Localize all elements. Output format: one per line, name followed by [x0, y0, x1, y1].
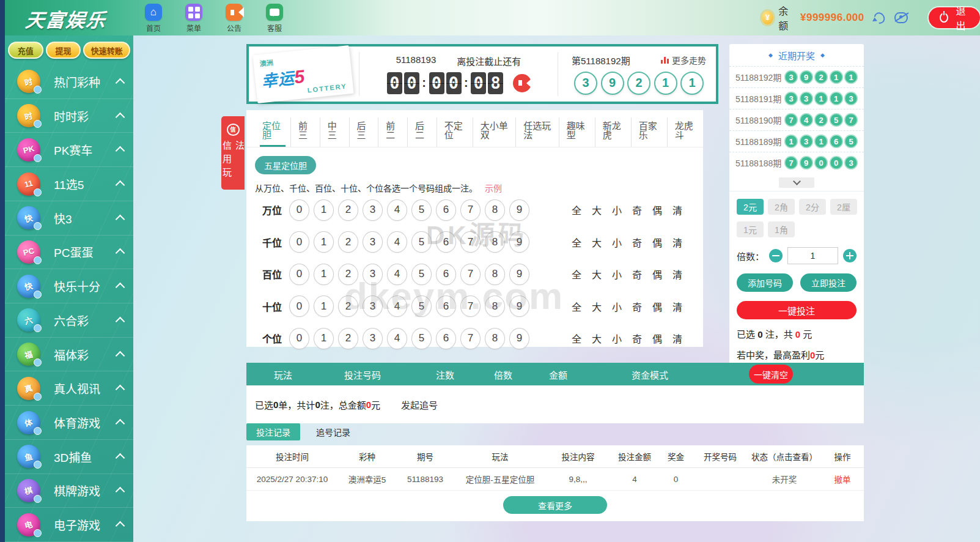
nav-home[interactable]: ⌂首页: [138, 4, 169, 33]
money-option-0[interactable]: 2元: [737, 199, 764, 215]
sidebar-item-11[interactable]: 体体育游戏: [5, 406, 133, 440]
nav-service[interactable]: 客服: [259, 4, 290, 33]
sidebar-item-13[interactable]: 棋棋牌游戏: [5, 474, 133, 508]
digit-button[interactable]: 2: [338, 328, 358, 349]
cancel-order-link[interactable]: 撤单: [821, 473, 864, 485]
digit-button[interactable]: 7: [460, 231, 481, 253]
money-option-4[interactable]: 1元: [737, 221, 764, 237]
sidebar-item-12[interactable]: 鱼3D捕鱼: [5, 440, 133, 474]
quick-clear[interactable]: 清: [672, 267, 682, 281]
digit-button[interactable]: 1: [314, 199, 334, 221]
credit-play-tab[interactable]: 信 信用玩法: [221, 116, 245, 190]
add-number-button[interactable]: 添加号码: [737, 273, 793, 292]
digit-button[interactable]: 3: [363, 328, 383, 349]
quick-even[interactable]: 偶: [652, 235, 662, 250]
digit-button[interactable]: 6: [436, 295, 456, 317]
bet-tab-0[interactable]: 定位胆: [255, 117, 291, 147]
quick-clear[interactable]: 清: [672, 331, 682, 346]
digit-button[interactable]: 9: [509, 231, 529, 253]
digit-button[interactable]: 2: [338, 231, 358, 253]
bet-tab-5[interactable]: 后二: [408, 117, 437, 147]
digit-button[interactable]: 8: [485, 199, 505, 221]
refresh-icon[interactable]: [872, 10, 887, 25]
digit-button[interactable]: 8: [485, 264, 505, 285]
digit-button[interactable]: 0: [289, 231, 309, 253]
multiplier-decrease-button[interactable]: [769, 249, 783, 262]
digit-button[interactable]: 8: [485, 231, 505, 253]
digit-button[interactable]: 6: [436, 264, 456, 285]
quick-big[interactable]: 大: [592, 331, 602, 346]
digit-button[interactable]: 2: [338, 295, 358, 317]
quick-clear[interactable]: 清: [672, 235, 682, 250]
quick-all[interactable]: 全: [572, 331, 581, 346]
nav-menu[interactable]: 菜单: [179, 4, 209, 33]
quick-big[interactable]: 大: [592, 299, 602, 314]
bet-tab-8[interactable]: 任选玩法: [516, 117, 559, 147]
digit-button[interactable]: 5: [411, 231, 432, 253]
quick-odd[interactable]: 奇: [632, 299, 642, 314]
withdraw-button[interactable]: 提现: [46, 42, 81, 59]
logout-button[interactable]: 退出: [929, 7, 980, 28]
trend-link[interactable]: 更多走势: [661, 54, 706, 66]
bet-tab-11[interactable]: 百家乐: [632, 117, 668, 147]
digit-button[interactable]: 0: [289, 264, 309, 285]
quick-big[interactable]: 大: [592, 202, 602, 217]
bet-tab-10[interactable]: 新龙虎: [595, 117, 632, 147]
sidebar-item-6[interactable]: PCPC蛋蛋: [5, 236, 133, 270]
record-status[interactable]: 未开奖: [748, 473, 821, 485]
digit-button[interactable]: 5: [411, 264, 432, 285]
quick-even[interactable]: 偶: [652, 331, 662, 346]
bet-tab-4[interactable]: 前二: [378, 117, 408, 147]
bet-tab-6[interactable]: 不定位: [437, 117, 473, 147]
digit-button[interactable]: 1: [314, 328, 334, 349]
quick-even[interactable]: 偶: [652, 267, 662, 281]
example-link[interactable]: 示例: [485, 184, 502, 193]
chase-link[interactable]: 发起追号: [401, 398, 438, 411]
money-option-5[interactable]: 1角: [768, 221, 795, 237]
digit-button[interactable]: 3: [363, 295, 383, 317]
digit-button[interactable]: 0: [289, 328, 309, 349]
quick-odd[interactable]: 奇: [632, 202, 642, 217]
records-tab-0[interactable]: 投注记录: [246, 423, 300, 440]
quick-clear[interactable]: 清: [672, 299, 682, 314]
bet-tab-9[interactable]: 趣味型: [559, 117, 595, 147]
quick-odd[interactable]: 奇: [632, 235, 642, 250]
quick-big[interactable]: 大: [592, 267, 602, 281]
sidebar-item-4[interactable]: 1111选5: [5, 167, 133, 201]
money-option-1[interactable]: 2角: [768, 199, 795, 215]
bet-tab-3[interactable]: 后三: [350, 117, 379, 147]
sidebar-item-9[interactable]: 福福体彩: [5, 338, 133, 372]
nav-announce[interactable]: 公告: [219, 4, 249, 33]
digit-button[interactable]: 7: [460, 295, 481, 317]
bet-tab-12[interactable]: 龙虎斗: [668, 117, 703, 147]
expand-draws-button[interactable]: [779, 177, 814, 188]
bet-tab-2[interactable]: 中三: [320, 117, 350, 147]
quick-odd[interactable]: 奇: [632, 267, 642, 281]
digit-button[interactable]: 0: [289, 295, 309, 317]
sidebar-item-2[interactable]: 时时时彩: [5, 99, 133, 133]
digit-button[interactable]: 2: [338, 264, 358, 285]
quick-big[interactable]: 大: [592, 235, 602, 250]
digit-button[interactable]: 8: [485, 328, 505, 349]
money-option-3[interactable]: 2厘: [830, 199, 857, 215]
sidebar-item-1[interactable]: 时热门彩种: [5, 65, 133, 99]
money-option-2[interactable]: 2分: [799, 199, 826, 215]
digit-button[interactable]: 0: [289, 199, 309, 221]
quick-small[interactable]: 小: [612, 267, 622, 281]
digit-button[interactable]: 3: [363, 231, 383, 253]
multiplier-input[interactable]: [787, 247, 838, 264]
digit-button[interactable]: 2: [338, 199, 358, 221]
multiplier-increase-button[interactable]: [843, 249, 857, 262]
digit-button[interactable]: 3: [363, 264, 383, 285]
digit-button[interactable]: 9: [509, 295, 529, 317]
digit-button[interactable]: 1: [314, 264, 334, 285]
digit-button[interactable]: 5: [411, 295, 432, 317]
site-logo[interactable]: 天富娱乐: [24, 5, 108, 32]
sidebar-item-14[interactable]: 电电子游戏: [5, 508, 133, 542]
digit-button[interactable]: 6: [436, 199, 456, 221]
sidebar-item-7[interactable]: 快快乐十分: [5, 269, 133, 303]
bet-now-button[interactable]: 立即投注: [800, 273, 857, 292]
mode-pill[interactable]: 五星定位胆: [255, 156, 316, 174]
sidebar-item-10[interactable]: 真真人视讯: [5, 371, 133, 406]
quick-small[interactable]: 小: [612, 202, 622, 217]
